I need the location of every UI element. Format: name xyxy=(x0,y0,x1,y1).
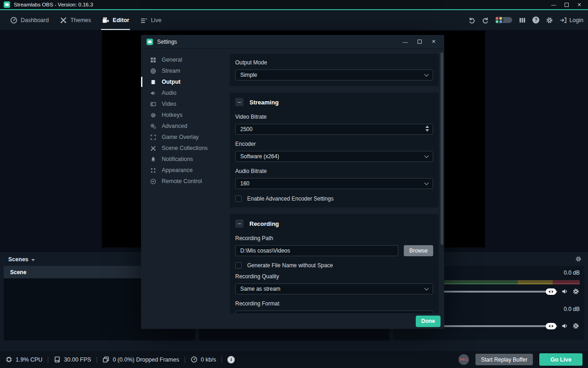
speaker-icon[interactable] xyxy=(561,322,568,329)
window-minimize-button[interactable]: — xyxy=(548,1,559,8)
chevron-down-icon[interactable] xyxy=(31,259,35,261)
video-bitrate-input[interactable] xyxy=(235,124,433,135)
scene-collections-icon xyxy=(150,145,156,151)
gear-icon xyxy=(150,112,156,118)
settings-nav-general[interactable]: General xyxy=(141,54,230,65)
nav-themes[interactable]: Themes xyxy=(54,10,96,30)
channel-gear-icon[interactable] xyxy=(572,288,579,295)
encoder-select[interactable]: Software (x264) xyxy=(235,151,433,162)
status-bar: 1.9% CPU 30.00 FPS 0 (0.0%) Dropped Fram… xyxy=(0,351,588,368)
help-icon[interactable]: ? xyxy=(532,17,539,23)
dialog-maximize-button[interactable] xyxy=(414,38,424,46)
collapse-streaming-button[interactable]: – xyxy=(235,98,243,106)
settings-nav-scene-collections[interactable]: Scene Collections xyxy=(141,143,230,154)
chevron-down-icon xyxy=(424,313,429,313)
settings-nav-appearance[interactable]: Appearance xyxy=(141,165,230,176)
recording-path-input[interactable] xyxy=(235,245,398,256)
settings-content: Output Mode Simple – Streaming Video Bit… xyxy=(230,49,444,313)
settings-nav-label: Video xyxy=(162,101,176,107)
settings-nav-label: Game Overlay xyxy=(162,134,199,140)
theme-toggle[interactable] xyxy=(498,17,512,23)
record-button[interactable]: REC xyxy=(458,354,469,365)
settings-dialog: Settings — ✕ General Stream Output xyxy=(141,35,444,329)
settings-nav-stream[interactable]: Stream xyxy=(141,65,230,76)
settings-nav-notifications[interactable]: Notifications xyxy=(141,154,230,165)
frames-icon xyxy=(102,356,109,363)
settings-nav-audio[interactable]: Audio xyxy=(141,87,230,98)
login-icon xyxy=(560,17,567,24)
streamlabs-logo-icon xyxy=(4,1,10,8)
settings-nav-remote-control[interactable]: Remote Control xyxy=(141,176,230,187)
dialog-close-button[interactable]: ✕ xyxy=(429,38,439,46)
dialog-minimize-button[interactable]: — xyxy=(400,38,410,46)
recording-quality-select[interactable]: Same as stream xyxy=(235,283,433,294)
audio-bitrate-value: 160 xyxy=(240,180,249,187)
nav-dashboard-label: Dashboard xyxy=(21,17,49,23)
live-icon xyxy=(140,17,147,24)
nav-live[interactable]: Live xyxy=(135,10,167,30)
output-mode-label: Output Mode xyxy=(235,59,433,66)
gears-icon xyxy=(150,123,156,129)
editor-icon xyxy=(102,17,109,24)
settings-nav-video[interactable]: Video xyxy=(141,98,230,109)
mixer-settings-gear-icon[interactable] xyxy=(575,256,582,262)
bitrate-stat: 0 kb/s xyxy=(191,356,216,363)
start-replay-buffer-button[interactable]: Start Replay Buffer xyxy=(475,354,533,365)
filename-without-space-checkbox[interactable] xyxy=(235,262,242,269)
volume-slider-handle[interactable] xyxy=(546,323,556,329)
settings-nav-advanced[interactable]: Advanced xyxy=(141,121,230,132)
settings-nav-game-overlay[interactable]: Game Overlay xyxy=(141,132,230,143)
encoder-label: Encoder xyxy=(235,141,433,147)
go-live-button[interactable]: Go Live xyxy=(539,353,582,366)
volume-slider-handle[interactable] xyxy=(546,288,556,295)
done-button[interactable]: Done xyxy=(416,316,441,327)
settings-dialog-footer: Done xyxy=(230,313,444,329)
layout-columns-icon[interactable] xyxy=(519,17,526,24)
settings-gear-icon[interactable] xyxy=(546,17,553,24)
settings-nav-hotkeys[interactable]: Hotkeys xyxy=(141,109,230,121)
settings-nav-output[interactable]: Output xyxy=(141,76,230,87)
streamlabs-logo-icon xyxy=(147,39,153,45)
recording-format-label: Recording Format xyxy=(235,300,433,307)
window-maximize-button[interactable] xyxy=(561,1,571,8)
encoder-value: Software (x264) xyxy=(240,153,279,160)
bitrate-value: 0 kb/s xyxy=(201,356,216,363)
streaming-section-title: Streaming xyxy=(249,99,279,106)
chip-icon xyxy=(150,79,156,85)
drive-icon xyxy=(54,356,61,363)
settings-nav-label: Remote Control xyxy=(162,178,202,184)
recording-quality-value: Same as stream xyxy=(240,286,280,292)
nav-editor[interactable]: Editor xyxy=(96,10,135,30)
window-close-button[interactable]: ✕ xyxy=(574,1,584,8)
scrollbar-thumb[interactable] xyxy=(441,52,443,245)
nav-live-label: Live xyxy=(151,17,161,23)
redo-icon[interactable] xyxy=(482,17,489,24)
recording-quality-label: Recording Quality xyxy=(235,273,433,280)
info-icon[interactable]: i xyxy=(227,356,235,363)
nav-dashboard[interactable]: Dashboard xyxy=(5,10,54,30)
recording-section-title: Recording xyxy=(249,220,279,227)
scenes-panel-title: Scenes xyxy=(8,256,28,263)
nav-themes-label: Themes xyxy=(70,17,91,23)
channel-gear-icon[interactable] xyxy=(572,322,579,329)
app-title: Streamlabs OBS - Version: 0.16.3 xyxy=(14,2,93,7)
number-stepper[interactable] xyxy=(425,126,429,132)
output-mode-select[interactable]: Simple xyxy=(235,69,433,80)
recording-format-select[interactable]: flv xyxy=(235,310,433,313)
settings-scrollbar[interactable] xyxy=(440,52,443,310)
dashboard-icon xyxy=(10,17,17,24)
overlay-corners-icon xyxy=(150,134,156,140)
filename-without-space-label: Generate File Name without Space xyxy=(247,262,333,269)
undo-icon[interactable] xyxy=(468,17,475,24)
browse-button[interactable]: Browse xyxy=(404,245,433,256)
speaker-icon[interactable] xyxy=(561,288,568,295)
fps-stat: 30.00 FPS xyxy=(54,356,91,363)
collapse-recording-button[interactable]: – xyxy=(235,219,243,228)
login-button[interactable]: Login xyxy=(560,17,583,24)
settings-nav-label: Appearance xyxy=(162,167,192,173)
settings-nav-label: Advanced xyxy=(162,123,187,129)
settings-dialog-title: Settings xyxy=(157,39,177,45)
audio-bitrate-select[interactable]: 160 xyxy=(235,178,433,189)
advanced-encoder-checkbox[interactable] xyxy=(235,196,242,202)
color-wheel-icon xyxy=(495,16,503,24)
